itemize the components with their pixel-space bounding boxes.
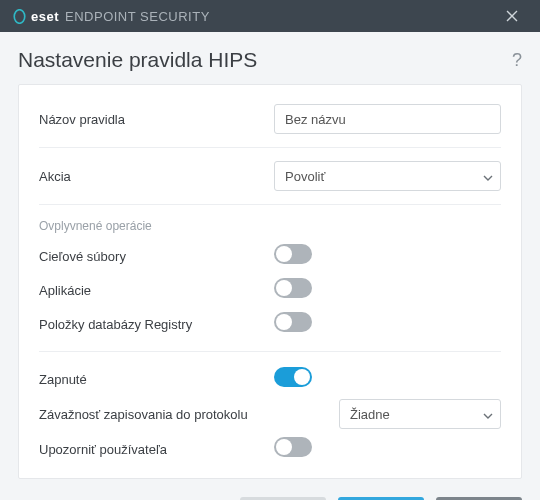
row-applications: Aplikácie	[39, 273, 501, 307]
separator	[39, 204, 501, 205]
section-operations-title: Ovplyvnené operácie	[39, 215, 501, 239]
target-files-label: Cieľové súbory	[39, 249, 274, 264]
notify-user-label: Upozorniť používateľa	[39, 442, 274, 457]
log-severity-label: Závažnosť zapisovania do protokolu	[39, 407, 339, 422]
notify-user-toggle[interactable]	[274, 437, 312, 457]
product-name: ENDPOINT SECURITY	[65, 9, 210, 24]
separator	[39, 351, 501, 352]
row-notify-user: Upozorniť používateľa	[39, 432, 501, 466]
row-registry: Položky databázy Registry	[39, 307, 501, 341]
footer: Späť Ďalej Zrušiť	[0, 479, 540, 500]
close-icon[interactable]	[496, 0, 528, 32]
row-log-severity: Závažnosť zapisovania do protokolu Žiadn…	[39, 396, 501, 432]
rule-name-input[interactable]	[274, 104, 501, 134]
settings-card: Názov pravidla Akcia Povoliť Ovplyvnené …	[18, 84, 522, 479]
applications-label: Aplikácie	[39, 283, 274, 298]
applications-toggle[interactable]	[274, 278, 312, 298]
row-action: Akcia Povoliť	[39, 158, 501, 194]
log-severity-select[interactable]: Žiadne	[339, 399, 501, 429]
enabled-label: Zapnuté	[39, 372, 274, 387]
help-icon[interactable]: ?	[512, 50, 522, 71]
page-header: Nastavenie pravidla HIPS ?	[18, 44, 522, 84]
page-title: Nastavenie pravidla HIPS	[18, 48, 257, 72]
brand: eset ENDPOINT SECURITY	[12, 9, 210, 24]
separator	[39, 147, 501, 148]
action-label: Akcia	[39, 169, 274, 184]
registry-toggle[interactable]	[274, 312, 312, 332]
rule-name-label: Názov pravidla	[39, 112, 274, 127]
row-enabled: Zapnuté	[39, 362, 501, 396]
row-rule-name: Názov pravidla	[39, 101, 501, 137]
enabled-toggle[interactable]	[274, 367, 312, 387]
brand-logo: eset	[12, 9, 59, 24]
row-target-files: Cieľové súbory	[39, 239, 501, 273]
target-files-toggle[interactable]	[274, 244, 312, 264]
brand-name: eset	[31, 9, 59, 24]
brand-logo-icon	[12, 9, 27, 24]
registry-label: Položky databázy Registry	[39, 317, 274, 332]
titlebar: eset ENDPOINT SECURITY	[0, 0, 540, 32]
svg-point-0	[14, 9, 25, 23]
action-select[interactable]: Povoliť	[274, 161, 501, 191]
